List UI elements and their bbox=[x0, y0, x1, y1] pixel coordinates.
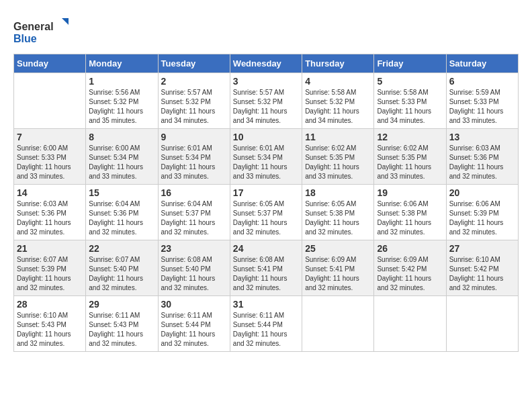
calendar-cell: 26Sunrise: 6:09 AMSunset: 5:42 PMDayligh… bbox=[374, 240, 446, 296]
calendar-cell bbox=[302, 296, 374, 352]
calendar-cell: 19Sunrise: 6:06 AMSunset: 5:38 PMDayligh… bbox=[374, 185, 446, 240]
day-number: 23 bbox=[161, 243, 227, 254]
day-number: 13 bbox=[449, 132, 515, 142]
day-info: Sunrise: 6:03 AMSunset: 5:36 PMDaylight:… bbox=[17, 199, 83, 237]
calendar-week-row: 1Sunrise: 5:56 AMSunset: 5:32 PMDaylight… bbox=[14, 73, 519, 129]
calendar-cell: 17Sunrise: 6:05 AMSunset: 5:37 PMDayligh… bbox=[230, 185, 302, 240]
calendar-cell: 28Sunrise: 6:10 AMSunset: 5:43 PMDayligh… bbox=[14, 296, 86, 352]
weekday-header: Thursday bbox=[302, 54, 374, 73]
day-number: 27 bbox=[449, 243, 515, 254]
calendar-cell: 18Sunrise: 6:05 AMSunset: 5:38 PMDayligh… bbox=[302, 185, 374, 240]
day-number: 20 bbox=[449, 187, 515, 198]
day-number: 1 bbox=[89, 76, 154, 87]
day-info: Sunrise: 6:05 AMSunset: 5:37 PMDaylight:… bbox=[233, 199, 299, 237]
day-number: 22 bbox=[89, 243, 154, 254]
day-number: 11 bbox=[305, 132, 371, 142]
day-info: Sunrise: 6:08 AMSunset: 5:40 PMDaylight:… bbox=[161, 255, 227, 293]
calendar-cell bbox=[14, 73, 86, 129]
day-number: 8 bbox=[89, 132, 154, 142]
day-number: 4 bbox=[305, 76, 371, 87]
day-number: 2 bbox=[161, 76, 227, 87]
calendar-week-row: 28Sunrise: 6:10 AMSunset: 5:43 PMDayligh… bbox=[14, 296, 519, 352]
calendar-cell: 11Sunrise: 6:02 AMSunset: 5:35 PMDayligh… bbox=[302, 129, 374, 185]
day-info: Sunrise: 6:06 AMSunset: 5:38 PMDaylight:… bbox=[377, 199, 443, 237]
svg-text:Blue: Blue bbox=[13, 33, 37, 44]
weekday-header-row: SundayMondayTuesdayWednesdayThursdayFrid… bbox=[14, 54, 519, 73]
calendar-cell: 6Sunrise: 5:59 AMSunset: 5:33 PMDaylight… bbox=[446, 73, 518, 129]
day-info: Sunrise: 6:07 AMSunset: 5:40 PMDaylight:… bbox=[89, 255, 154, 293]
calendar-week-row: 7Sunrise: 6:00 AMSunset: 5:33 PMDaylight… bbox=[14, 129, 519, 185]
day-info: Sunrise: 6:02 AMSunset: 5:35 PMDaylight:… bbox=[377, 144, 443, 181]
calendar-cell: 22Sunrise: 6:07 AMSunset: 5:40 PMDayligh… bbox=[86, 240, 158, 296]
day-number: 18 bbox=[305, 187, 371, 198]
day-info: Sunrise: 6:09 AMSunset: 5:42 PMDaylight:… bbox=[377, 255, 443, 293]
calendar-cell bbox=[446, 296, 518, 352]
day-number: 19 bbox=[377, 187, 443, 198]
calendar-cell: 12Sunrise: 6:02 AMSunset: 5:35 PMDayligh… bbox=[374, 129, 446, 185]
calendar-cell: 4Sunrise: 5:58 AMSunset: 5:32 PMDaylight… bbox=[302, 73, 374, 129]
day-info: Sunrise: 6:05 AMSunset: 5:38 PMDaylight:… bbox=[305, 199, 371, 237]
day-info: Sunrise: 6:00 AMSunset: 5:34 PMDaylight:… bbox=[89, 144, 154, 181]
calendar-cell: 10Sunrise: 6:01 AMSunset: 5:34 PMDayligh… bbox=[230, 129, 302, 185]
calendar-cell bbox=[374, 296, 446, 352]
calendar-cell: 27Sunrise: 6:10 AMSunset: 5:42 PMDayligh… bbox=[446, 240, 518, 296]
calendar-cell: 2Sunrise: 5:57 AMSunset: 5:32 PMDaylight… bbox=[158, 73, 230, 129]
day-info: Sunrise: 6:11 AMSunset: 5:44 PMDaylight:… bbox=[161, 311, 227, 349]
calendar-cell: 5Sunrise: 5:58 AMSunset: 5:33 PMDaylight… bbox=[374, 73, 446, 129]
day-info: Sunrise: 6:11 AMSunset: 5:44 PMDaylight:… bbox=[233, 311, 299, 349]
weekday-header: Monday bbox=[86, 54, 158, 73]
day-number: 30 bbox=[161, 299, 227, 310]
day-number: 3 bbox=[233, 76, 299, 87]
svg-text:General: General bbox=[13, 21, 54, 32]
day-info: Sunrise: 5:58 AMSunset: 5:32 PMDaylight:… bbox=[305, 88, 371, 126]
weekday-header: Saturday bbox=[446, 54, 518, 73]
calendar-cell: 29Sunrise: 6:11 AMSunset: 5:43 PMDayligh… bbox=[86, 296, 158, 352]
day-info: Sunrise: 5:57 AMSunset: 5:32 PMDaylight:… bbox=[233, 88, 299, 126]
calendar-cell: 20Sunrise: 6:06 AMSunset: 5:39 PMDayligh… bbox=[446, 185, 518, 240]
day-number: 29 bbox=[89, 299, 154, 310]
calendar-cell: 24Sunrise: 6:08 AMSunset: 5:41 PMDayligh… bbox=[230, 240, 302, 296]
day-info: Sunrise: 6:07 AMSunset: 5:39 PMDaylight:… bbox=[17, 255, 83, 293]
day-info: Sunrise: 6:04 AMSunset: 5:37 PMDaylight:… bbox=[161, 199, 227, 237]
day-info: Sunrise: 6:10 AMSunset: 5:43 PMDaylight:… bbox=[17, 311, 83, 349]
calendar-week-row: 21Sunrise: 6:07 AMSunset: 5:39 PMDayligh… bbox=[14, 240, 519, 296]
calendar-table: SundayMondayTuesdayWednesdayThursdayFrid… bbox=[13, 54, 519, 352]
calendar-cell: 25Sunrise: 6:09 AMSunset: 5:41 PMDayligh… bbox=[302, 240, 374, 296]
calendar-cell: 14Sunrise: 6:03 AMSunset: 5:36 PMDayligh… bbox=[14, 185, 86, 240]
day-number: 25 bbox=[305, 243, 371, 254]
day-info: Sunrise: 5:58 AMSunset: 5:33 PMDaylight:… bbox=[377, 88, 443, 126]
day-info: Sunrise: 6:11 AMSunset: 5:43 PMDaylight:… bbox=[89, 311, 154, 349]
day-number: 7 bbox=[17, 132, 83, 142]
calendar-cell: 15Sunrise: 6:04 AMSunset: 5:36 PMDayligh… bbox=[86, 185, 158, 240]
calendar-cell: 9Sunrise: 6:01 AMSunset: 5:34 PMDaylight… bbox=[158, 129, 230, 185]
calendar-cell: 7Sunrise: 6:00 AMSunset: 5:33 PMDaylight… bbox=[14, 129, 86, 185]
day-info: Sunrise: 6:01 AMSunset: 5:34 PMDaylight:… bbox=[161, 144, 227, 181]
day-info: Sunrise: 5:59 AMSunset: 5:33 PMDaylight:… bbox=[449, 88, 515, 126]
svg-marker-2 bbox=[62, 18, 69, 25]
day-number: 16 bbox=[161, 187, 227, 198]
day-number: 24 bbox=[233, 243, 299, 254]
day-number: 21 bbox=[17, 243, 83, 254]
day-number: 6 bbox=[449, 76, 515, 87]
day-number: 28 bbox=[17, 299, 83, 310]
day-number: 14 bbox=[17, 187, 83, 198]
day-info: Sunrise: 6:02 AMSunset: 5:35 PMDaylight:… bbox=[305, 144, 371, 181]
weekday-header: Wednesday bbox=[230, 54, 302, 73]
day-number: 9 bbox=[161, 132, 227, 142]
weekday-header: Sunday bbox=[14, 54, 86, 73]
logo-svg: General Blue bbox=[13, 17, 74, 47]
calendar-week-row: 14Sunrise: 6:03 AMSunset: 5:36 PMDayligh… bbox=[14, 185, 519, 240]
weekday-header: Tuesday bbox=[158, 54, 230, 73]
day-info: Sunrise: 6:06 AMSunset: 5:39 PMDaylight:… bbox=[449, 199, 515, 237]
day-info: Sunrise: 6:01 AMSunset: 5:34 PMDaylight:… bbox=[233, 144, 299, 181]
calendar-cell: 21Sunrise: 6:07 AMSunset: 5:39 PMDayligh… bbox=[14, 240, 86, 296]
page-header: General Blue bbox=[13, 13, 519, 47]
day-number: 26 bbox=[377, 243, 443, 254]
day-number: 17 bbox=[233, 187, 299, 198]
calendar-cell: 23Sunrise: 6:08 AMSunset: 5:40 PMDayligh… bbox=[158, 240, 230, 296]
day-number: 12 bbox=[377, 132, 443, 142]
day-number: 10 bbox=[233, 132, 299, 142]
day-info: Sunrise: 6:09 AMSunset: 5:41 PMDaylight:… bbox=[305, 255, 371, 293]
calendar-cell: 13Sunrise: 6:03 AMSunset: 5:36 PMDayligh… bbox=[446, 129, 518, 185]
day-info: Sunrise: 6:08 AMSunset: 5:41 PMDaylight:… bbox=[233, 255, 299, 293]
